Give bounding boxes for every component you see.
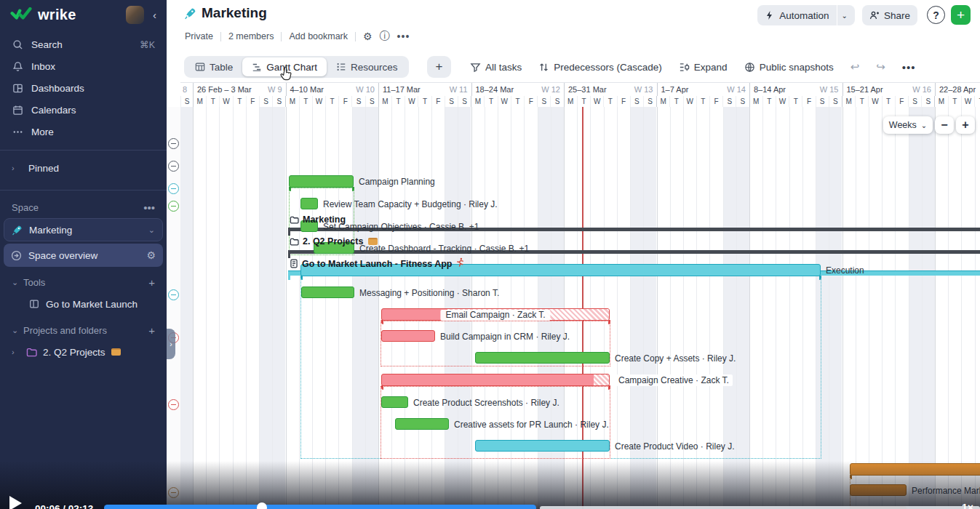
- mouse-cursor-hand: [279, 65, 293, 83]
- automation-button[interactable]: Automation ⌄: [757, 5, 855, 25]
- tab-resources[interactable]: Resources: [327, 57, 407, 76]
- minus-icon: [171, 143, 176, 145]
- day-cell: T: [418, 96, 431, 107]
- help-button[interactable]: ?: [927, 6, 945, 24]
- privacy-label[interactable]: Private: [185, 31, 213, 41]
- info-icon[interactable]: ⓘ: [380, 30, 390, 43]
- view-tabs: TableGantt ChartResources: [184, 56, 409, 78]
- zoom-in-button[interactable]: +: [956, 116, 975, 134]
- add-project-icon[interactable]: +: [148, 324, 155, 337]
- share-button[interactable]: Share: [862, 5, 917, 25]
- avatar[interactable]: [126, 6, 144, 24]
- collapse-button[interactable]: [168, 487, 179, 498]
- sidebar-item-space-overview[interactable]: Space overview ⚙: [4, 244, 163, 267]
- redo-icon[interactable]: ↪: [876, 60, 885, 73]
- day-cell: W: [312, 96, 325, 107]
- task-bar[interactable]: [381, 330, 435, 342]
- sidebar-item-q2-projects[interactable]: › 2. Q2 Projects: [0, 341, 167, 363]
- sidebar-item-inbox[interactable]: Inbox: [0, 55, 167, 77]
- add-bookmark-link[interactable]: Add bookmark: [289, 31, 348, 41]
- zoom-out-button[interactable]: −: [935, 116, 954, 134]
- add-tool-icon[interactable]: +: [148, 276, 155, 289]
- board-icon: [29, 299, 39, 309]
- day-cell: W: [498, 96, 511, 107]
- week-number: W 15: [820, 85, 839, 94]
- sidebar-item-label: Search: [31, 39, 63, 50]
- parent-task-bar[interactable]: [381, 374, 610, 386]
- progress-bar[interactable]: [104, 505, 536, 509]
- task-bar[interactable]: [850, 484, 907, 496]
- collapse-button[interactable]: [168, 399, 179, 410]
- task-bar[interactable]: [475, 352, 610, 364]
- grid-line: [246, 107, 247, 509]
- day-cell: F: [709, 96, 722, 107]
- grid-line: [922, 107, 923, 509]
- header-actions: Automation ⌄ Share ? +: [167, 5, 980, 25]
- day-cell: S: [908, 96, 921, 107]
- task-bar[interactable]: [381, 396, 408, 408]
- week-cell: 11–17 MarW 11: [378, 83, 471, 96]
- gear-icon[interactable]: ⚙: [146, 249, 156, 261]
- parent-task-bar[interactable]: [850, 463, 980, 476]
- row-label-text: Go to Market Launch - Fitness App: [302, 258, 453, 270]
- task-bar[interactable]: [301, 286, 354, 298]
- progress-track[interactable]: [540, 506, 980, 509]
- panel-expand-handle[interactable]: ›: [167, 329, 175, 359]
- sidebar-item-go-to-market-launch[interactable]: Go to Market Launch: [0, 293, 167, 315]
- sidebar-item-search[interactable]: Search⌘K: [0, 33, 167, 55]
- create-button[interactable]: +: [951, 5, 971, 25]
- parent-task-bar[interactable]: [289, 175, 354, 188]
- toolbar-globe-button[interactable]: Public snapshots: [744, 62, 834, 73]
- sidebar-item-dashboards[interactable]: Dashboards: [0, 77, 167, 99]
- parent-task-bar[interactable]: Email Campaign · Zack T.: [381, 308, 610, 321]
- timescale-dropdown[interactable]: Weeks ⌄: [883, 116, 933, 134]
- playback-speed[interactable]: 1×: [962, 502, 973, 509]
- expand-icon: [679, 62, 690, 73]
- tab-table[interactable]: Table: [186, 57, 242, 76]
- sidebar-item-more[interactable]: More: [0, 121, 167, 143]
- grid-line: [219, 107, 220, 509]
- toolbar-funnel-button[interactable]: All tasks: [470, 62, 522, 73]
- toolbar-updown-button[interactable]: Predecessors (Cascade): [538, 62, 662, 73]
- task-bar[interactable]: [395, 418, 449, 430]
- week-number: 8: [183, 85, 187, 94]
- grid-line: [259, 107, 260, 509]
- lightning-icon: [765, 10, 775, 20]
- automation-dropdown-icon[interactable]: ⌄: [842, 12, 848, 20]
- collapse-button[interactable]: [168, 201, 179, 212]
- day-cell: S: [180, 96, 193, 107]
- collapse-button[interactable]: [168, 161, 179, 172]
- projects-section-header[interactable]: ⌄ Projects and folders +: [0, 319, 167, 341]
- sidebar-item-calendars[interactable]: Calendars: [0, 99, 167, 121]
- grid-line: [895, 107, 896, 509]
- add-view-button[interactable]: +: [427, 56, 451, 78]
- sidebar-item-pinned[interactable]: › Pinned: [0, 158, 167, 178]
- progress-handle[interactable]: [257, 502, 267, 509]
- space-selector[interactable]: Marketing ⌄: [4, 218, 163, 241]
- task-bar[interactable]: [300, 198, 318, 209]
- sidebar-collapse-icon[interactable]: ‹: [150, 9, 159, 21]
- incomplete-hatch: [594, 374, 609, 385]
- undo-icon[interactable]: ↩: [850, 60, 860, 73]
- toolbar-expand-button[interactable]: Expand: [679, 62, 728, 73]
- members-label[interactable]: 2 members: [228, 31, 274, 41]
- grid-line: [856, 107, 856, 509]
- day-cell: T: [948, 96, 961, 107]
- day-cell: T: [603, 96, 616, 107]
- week-range: 18–24 Mar: [476, 85, 514, 94]
- settings-gear-icon[interactable]: ⚙: [363, 31, 373, 42]
- play-button[interactable]: [9, 496, 22, 509]
- day-cell: M: [378, 96, 391, 107]
- day-cell: W: [683, 96, 696, 107]
- task-bar[interactable]: [475, 440, 610, 452]
- tools-section-header[interactable]: ⌄ Tools +: [0, 271, 167, 293]
- toolbar-more-icon[interactable]: •••: [902, 61, 916, 73]
- space-more-icon[interactable]: •••: [143, 201, 155, 214]
- share-person-icon: [869, 10, 880, 20]
- collapse-button[interactable]: [168, 183, 179, 194]
- collapse-button[interactable]: [168, 138, 179, 149]
- automation-label: Automation: [779, 10, 829, 21]
- day-cell: W: [868, 96, 881, 107]
- collapse-button[interactable]: [168, 289, 179, 300]
- more-options-icon[interactable]: •••: [397, 31, 410, 42]
